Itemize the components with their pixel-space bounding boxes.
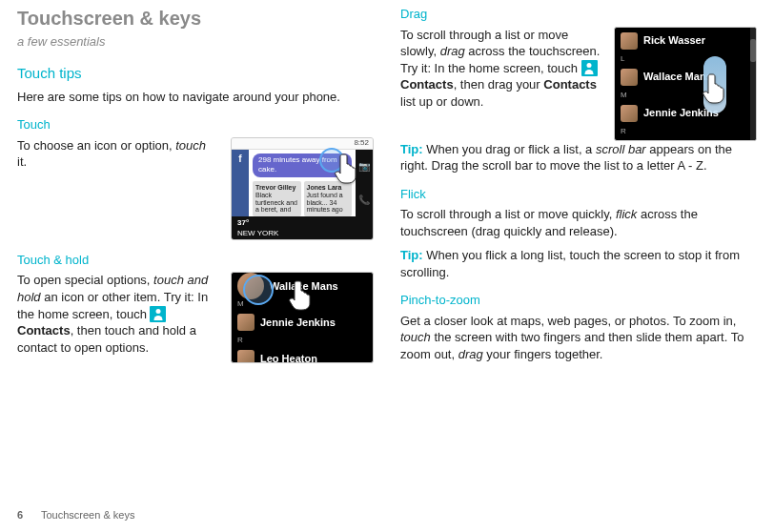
touch-hold-screenshot: Wallace Mans M Jennie Jenkins R Leo Heat… xyxy=(231,272,374,363)
subsection-touch-hold: Touch & hold xyxy=(17,252,374,269)
page-number: 6 xyxy=(17,509,23,521)
page-footer: 6 Touchscreen & keys xyxy=(17,508,134,522)
left-column: Touchscreen & keys a few essentials Touc… xyxy=(17,6,374,496)
drag-screenshot: Rick Wasser L Wallace Mans M Jennie Jenk… xyxy=(614,27,757,141)
footer-title: Touchscreen & keys xyxy=(41,509,134,521)
contacts-icon xyxy=(150,306,166,322)
touch-hold-text: To open special options, touch and hold … xyxy=(17,272,217,356)
drag-text: To scroll through a list or move slowly,… xyxy=(400,27,601,111)
right-column: Drag To scroll through a list or move sl… xyxy=(400,6,757,496)
flick-tip: Tip: When you flick a long list, touch t… xyxy=(400,247,757,280)
contacts-icon xyxy=(581,60,598,76)
drag-tip: Tip: When you drag or flick a list, a sc… xyxy=(400,141,757,174)
pinch-text: Get a closer look at maps, web pages, or… xyxy=(400,313,757,363)
phone-icon: 📞 xyxy=(358,194,370,207)
subsection-drag: Drag xyxy=(400,6,757,23)
touch-text: To choose an icon or option, touch it. xyxy=(17,137,217,171)
subsection-pinch: Pinch-to-zoom xyxy=(400,292,757,309)
facebook-icon: f xyxy=(238,153,241,166)
tap-indicator xyxy=(319,148,344,173)
subsection-touch: Touch xyxy=(17,116,374,133)
flick-text: To scroll through a list or move quickly… xyxy=(400,206,757,239)
scrollbar-thumb xyxy=(750,39,756,62)
page-title: Touchscreen & keys xyxy=(17,6,374,31)
page-subtitle: a few essentials xyxy=(17,33,374,51)
subsection-flick: Flick xyxy=(400,186,757,203)
drag-indicator xyxy=(695,56,735,119)
touch-screenshot: 8:52 f 298 minutes away from cake. Trevo… xyxy=(231,137,374,240)
camera-icon: 📷 xyxy=(358,160,370,174)
touch-tips-intro: Here are some tips on how to navigate ar… xyxy=(17,89,374,106)
section-touch-tips: Touch tips xyxy=(17,64,374,83)
